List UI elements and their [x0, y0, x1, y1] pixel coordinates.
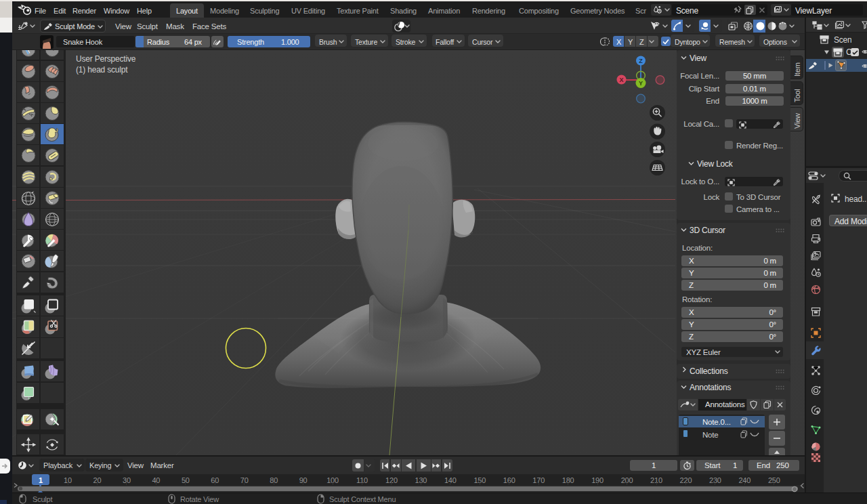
svg-text:Z: Z: [639, 58, 643, 64]
